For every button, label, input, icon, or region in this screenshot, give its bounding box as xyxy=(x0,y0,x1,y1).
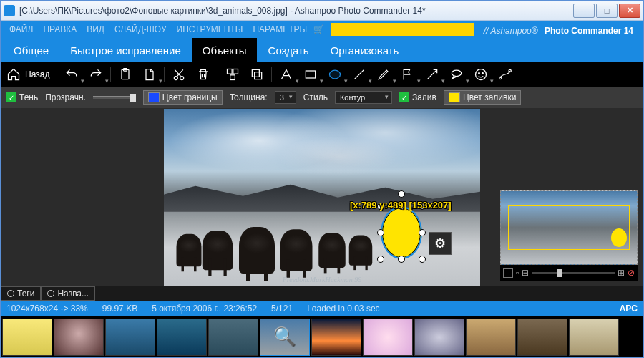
status-dimensions: 1024x768x24 -> 33% xyxy=(6,304,88,314)
cut-button[interactable] xyxy=(169,64,189,84)
thumbnail[interactable] xyxy=(208,319,258,356)
menubar: ФАЙЛ ПРАВКА ВИД СЛАЙД-ШОУ ИНСТРУМЕНТЫ ПА… xyxy=(1,21,643,38)
pencil-tool[interactable]: ▾ xyxy=(374,64,394,84)
shadow-checkbox[interactable]: ✓Тень xyxy=(6,92,38,103)
svg-point-11 xyxy=(452,70,462,76)
rect-tool[interactable]: ▾ xyxy=(301,64,321,84)
fill-checkbox[interactable]: ✓Залив xyxy=(399,92,436,103)
thumbnail[interactable] xyxy=(363,319,413,356)
opacity-control[interactable]: Прозрачн. xyxy=(45,92,86,102)
watermark: Freedom.MarkHuckman 99 xyxy=(283,276,362,284)
status-date: 5 октября 2006 г., 23:26:52 xyxy=(152,304,257,314)
home-button[interactable] xyxy=(4,64,24,84)
zoom-slider[interactable] xyxy=(532,272,615,274)
svg-rect-6 xyxy=(230,75,235,80)
tab-quickfix[interactable]: Быстрое исправление xyxy=(60,38,191,62)
resize-handle[interactable] xyxy=(377,229,384,236)
property-bar: ✓Тень Прозрачн. Цвет границы Толщина: 3 … xyxy=(1,87,643,108)
navigator-preview[interactable] xyxy=(500,190,638,265)
menu-slideshow[interactable]: СЛАЙД-ШОУ xyxy=(110,23,171,36)
nav-zoom-in-icon[interactable]: ⊞ xyxy=(618,268,625,278)
titlebar[interactable]: [C:\Users\ПК\Pictures\фото2\Фоновые карт… xyxy=(1,1,643,21)
svg-rect-7 xyxy=(253,69,260,77)
thumbnail[interactable] xyxy=(517,319,567,356)
object-settings-button[interactable]: ⚙ xyxy=(429,232,452,255)
tab-organize[interactable]: Организовать xyxy=(321,38,409,62)
thumbnail[interactable] xyxy=(311,319,361,356)
delete-button[interactable] xyxy=(193,64,213,84)
status-bar: 1024x768x24 -> 33% 99.97 KB 5 октября 20… xyxy=(1,301,643,316)
border-color-button[interactable]: Цвет границы xyxy=(143,90,223,105)
redo-button[interactable]: ▾ xyxy=(86,64,106,84)
selected-ellipse-object[interactable] xyxy=(381,206,422,259)
copy-button[interactable] xyxy=(247,64,267,84)
thumbnail-strip[interactable]: 🔍 xyxy=(1,316,643,357)
object-toolbar: Назад ▾ ▾ ▾ ▾ ▾ ▾ ▾ ▾ ▾ ▾ ▾ ▾ xyxy=(1,62,643,87)
thickness-label: Толщина: xyxy=(230,92,268,102)
svg-point-14 xyxy=(482,73,484,74)
window-title: [C:\Users\ПК\Pictures\фото2\Фоновые карт… xyxy=(19,6,572,16)
callout-tool[interactable]: ▾ xyxy=(447,64,467,84)
thickness-select[interactable]: 3 xyxy=(275,91,296,104)
navigator-viewport[interactable] xyxy=(508,205,630,250)
resize-handle[interactable] xyxy=(419,229,426,236)
maximize-button[interactable]: □ xyxy=(596,4,618,18)
thumbnail[interactable]: 🔍 xyxy=(260,319,310,356)
navigator-controls: ▫ ⊟ ⊞ ⊘ xyxy=(500,265,638,281)
close-button[interactable]: ✕ xyxy=(619,4,640,18)
opacity-slider[interactable] xyxy=(93,96,136,99)
main-tabs: Общее Быстрое исправление Объекты Создат… xyxy=(1,38,643,62)
cart-icon[interactable]: 🛒 xyxy=(313,24,324,35)
svg-point-10 xyxy=(330,70,341,79)
flag-tool[interactable]: ▾ xyxy=(398,64,418,84)
thumbnail[interactable] xyxy=(414,319,464,356)
clipboard-button[interactable] xyxy=(115,64,135,84)
nav-zoom-out-icon[interactable]: ⊟ xyxy=(522,268,529,278)
status-mode: APC xyxy=(620,304,638,314)
menu-edit[interactable]: ПРАВКА xyxy=(39,23,81,36)
photo-image[interactable]: Freedom.MarkHuckman 99 ⚙ xyxy=(164,109,480,286)
resize-handle[interactable] xyxy=(419,256,426,263)
fill-color-button[interactable]: Цвет заливки xyxy=(444,90,521,105)
thumbnail[interactable] xyxy=(569,319,619,356)
group-button[interactable] xyxy=(223,64,243,84)
nav-100-icon[interactable]: ▫ xyxy=(516,268,519,278)
coordinate-readout: [x:789 y:489] [153x207] xyxy=(350,200,452,211)
tab-create[interactable]: Создать xyxy=(258,38,319,62)
thumbnail[interactable] xyxy=(2,319,52,356)
back-label[interactable]: Назад xyxy=(25,69,49,79)
arrow-tool[interactable]: ▾ xyxy=(422,64,442,84)
menu-view[interactable]: ВИД xyxy=(82,23,109,36)
minimize-button[interactable]: ─ xyxy=(573,4,595,18)
curve-tool[interactable] xyxy=(495,64,515,84)
style-select[interactable]: Контур xyxy=(335,91,392,104)
status-index: 5/121 xyxy=(271,304,293,314)
thumbnail[interactable] xyxy=(157,319,207,356)
menu-file[interactable]: ФАЙЛ xyxy=(5,23,37,36)
tab-objects[interactable]: Объекты xyxy=(192,38,257,62)
thumbnail[interactable] xyxy=(105,319,155,356)
thumbnail[interactable] xyxy=(54,319,104,356)
menu-tools[interactable]: ИНСТРУМЕНТЫ xyxy=(172,23,248,36)
resize-handle[interactable] xyxy=(398,256,405,263)
tab-general[interactable]: Общее xyxy=(4,38,59,62)
resize-handle[interactable] xyxy=(377,256,384,263)
bottom-tags: Теги Назва... xyxy=(1,286,643,301)
svg-rect-4 xyxy=(228,69,233,74)
tags-tab[interactable]: Теги xyxy=(1,286,41,301)
search-input[interactable] xyxy=(331,23,474,36)
name-tab[interactable]: Назва... xyxy=(41,286,95,301)
canvas-area: Freedom.MarkHuckman 99 ⚙ [x:789 y:489] [ xyxy=(1,108,643,286)
menu-options[interactable]: ПАРАМЕТРЫ xyxy=(248,23,311,36)
nav-fit-icon[interactable] xyxy=(503,268,513,278)
line-tool[interactable]: ▾ xyxy=(349,64,369,84)
undo-button[interactable]: ▾ xyxy=(62,64,82,84)
ellipse-tool[interactable]: ▾ xyxy=(325,64,345,84)
file-button[interactable]: ▾ xyxy=(140,64,160,84)
rotate-handle[interactable] xyxy=(398,190,405,198)
thumbnail[interactable] xyxy=(466,319,516,356)
text-tool[interactable]: ▾ xyxy=(276,64,296,84)
smiley-tool[interactable]: ▾ xyxy=(471,64,491,84)
nav-close-icon[interactable]: ⊘ xyxy=(628,268,635,278)
navigator-panel: ▫ ⊟ ⊞ ⊘ xyxy=(500,190,638,281)
